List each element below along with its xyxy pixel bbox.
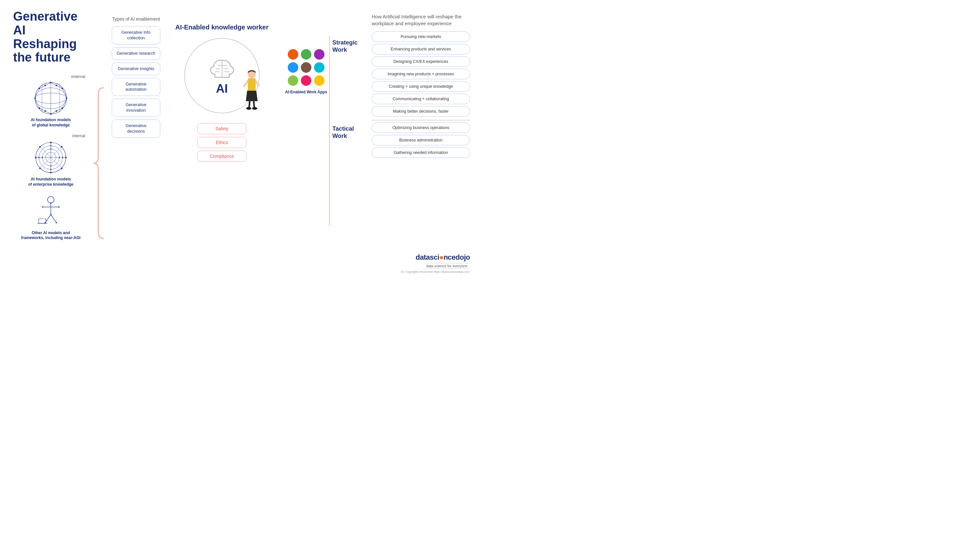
type-box-3: Generative automation <box>112 78 160 96</box>
logo-section: datasci●ncedojo data science for everyon… <box>372 250 470 273</box>
svg-line-77 <box>254 101 254 108</box>
svg-line-76 <box>249 101 250 108</box>
svg-point-50 <box>50 145 51 147</box>
internal-model-caption: AI foundation modelsof enterprise knowle… <box>28 177 74 187</box>
ai-label: AI <box>216 82 228 96</box>
logo-text-left: datasci <box>416 253 439 261</box>
svg-line-30 <box>39 86 45 88</box>
svg-point-69 <box>45 222 46 223</box>
svg-point-42 <box>50 142 52 144</box>
right-box-pursuing: Pursuing new markets <box>372 32 470 42</box>
right-box-enhancing: Enhancing products and services <box>372 44 470 54</box>
svg-point-68 <box>58 206 60 207</box>
svg-point-46 <box>39 146 41 148</box>
work-labels-section: StrategicWork TacticalWork <box>332 10 368 273</box>
logo-orange-dot: ● <box>439 253 443 261</box>
dot-1 <box>301 49 311 60</box>
svg-point-49 <box>61 168 62 169</box>
type-box-5: Generative decisions <box>112 120 160 138</box>
external-globe-icon <box>33 80 69 116</box>
center-section: AI-Enabled knowledge worker AI <box>164 10 280 273</box>
svg-point-56 <box>50 165 51 167</box>
right-header: How Artificial Intelligence will reshape… <box>372 13 464 27</box>
right-box-admin: Business administration <box>372 135 470 145</box>
logo-tagline: data science for everyone <box>424 263 470 269</box>
svg-point-52 <box>50 169 51 170</box>
type-box-0: Generative Info collection <box>112 26 160 45</box>
dot-6 <box>288 75 298 86</box>
svg-point-70 <box>56 222 57 223</box>
right-box-imagining: Imagining new products + processes <box>372 69 470 79</box>
svg-point-45 <box>65 157 67 158</box>
ai-circle: AI <box>184 38 259 113</box>
external-label: external <box>71 74 85 79</box>
right-divider <box>372 120 470 121</box>
svg-line-74 <box>244 81 248 86</box>
svg-point-54 <box>50 148 51 150</box>
logo-copyright: (c) Copyrights Reserved https://datascie… <box>401 270 470 273</box>
work-apps-section: AI-Enabled Work Apps <box>280 10 332 273</box>
svg-point-65 <box>50 203 51 204</box>
brace-section <box>88 53 108 273</box>
svg-line-33 <box>56 108 62 111</box>
svg-point-43 <box>50 172 52 174</box>
internal-label: internal <box>72 134 85 138</box>
center-title: AI-Enabled knowledge worker <box>175 23 269 32</box>
main-container: Generative AI Reshaping the future exter… <box>0 0 480 280</box>
dot-2 <box>314 49 325 60</box>
safety-box: Safety <box>197 123 246 134</box>
dot-7 <box>301 75 311 86</box>
svg-point-78 <box>246 107 251 110</box>
types-section: Types of AI enablement Generative Info c… <box>108 10 164 273</box>
robot-figure-icon <box>33 193 69 229</box>
external-model-item: external <box>13 74 88 128</box>
svg-point-53 <box>62 157 63 158</box>
logo-text-right: ncedojo <box>443 253 470 261</box>
external-model-caption: AI foundation modelsof global knowledge <box>31 118 71 128</box>
type-box-1: Generative research <box>112 47 160 60</box>
svg-point-67 <box>42 206 43 207</box>
dot-5 <box>314 62 325 73</box>
svg-line-32 <box>39 108 45 111</box>
svg-point-48 <box>39 168 41 169</box>
right-box-communicating: Communicating + collaborating <box>372 94 470 104</box>
svg-point-58 <box>48 196 54 203</box>
ethics-box: Ethics <box>197 137 246 148</box>
dot-0 <box>288 49 298 60</box>
svg-point-47 <box>61 146 62 148</box>
svg-rect-73 <box>248 78 256 91</box>
dots-grid <box>288 49 325 86</box>
logo-text: datasci●ncedojo <box>416 253 470 262</box>
type-box-2: Generative insights <box>112 62 160 75</box>
svg-point-66 <box>50 214 51 215</box>
svg-point-51 <box>38 157 40 158</box>
dot-4 <box>301 62 311 73</box>
svg-point-44 <box>35 157 37 158</box>
dot-8 <box>314 75 325 86</box>
right-section: How Artificial Intelligence will reshape… <box>368 10 470 273</box>
svg-point-55 <box>42 157 43 158</box>
compliance-box: Compliance <box>197 151 246 162</box>
strategic-label: StrategicWork <box>332 39 368 53</box>
svg-line-62 <box>51 214 56 223</box>
robot-model-item: Other AI models andframeworks, including… <box>13 193 88 241</box>
brain-icon <box>208 56 236 83</box>
types-title: Types of AI enablement <box>112 16 160 22</box>
right-box-optimizing: Optimizing business operations <box>372 123 470 133</box>
right-box-decisions: Making better decisions, faster <box>372 106 470 116</box>
svg-line-75 <box>256 81 259 86</box>
vertical-divider <box>329 36 330 226</box>
svg-point-79 <box>252 107 257 110</box>
right-box-designing: Designing CX/EX experiences <box>372 56 470 67</box>
left-section: Generative AI Reshaping the future exter… <box>13 10 88 273</box>
person-icon <box>239 69 262 111</box>
svg-point-57 <box>59 157 60 158</box>
svg-line-31 <box>56 86 62 88</box>
internal-globe-icon <box>33 139 69 175</box>
work-apps-label: AI-Enabled Work Apps <box>285 90 328 95</box>
robot-model-caption: Other AI models andframeworks, including… <box>21 231 80 241</box>
bottom-boxes: Safety Ethics Compliance <box>197 123 246 162</box>
type-box-4: Generative innovation <box>112 99 160 117</box>
right-box-creating: Creating + using unique knowledge <box>372 81 470 92</box>
brace-icon <box>92 85 105 242</box>
